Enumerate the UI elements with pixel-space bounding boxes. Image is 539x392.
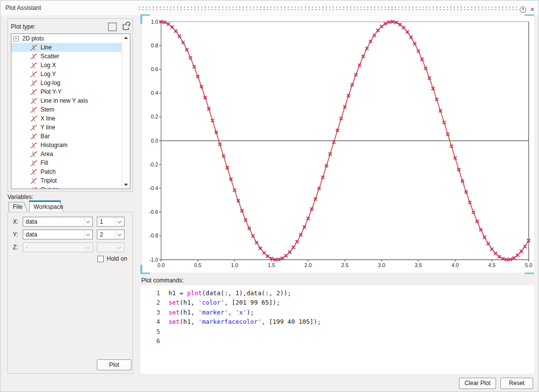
tree-item-label: Triplot: [41, 176, 57, 185]
svg-text:3.5: 3.5: [415, 262, 422, 268]
plot-button[interactable]: Plot: [97, 359, 131, 370]
chevron-down-icon[interactable]: [116, 217, 124, 226]
clear-plot-button[interactable]: Clear Plot: [459, 378, 496, 389]
svg-text:0.8: 0.8: [151, 42, 158, 48]
svg-text:0.0: 0.0: [151, 138, 158, 144]
tree-item-area[interactable]: Area: [11, 150, 122, 158]
tree-item-label: Log X: [41, 61, 56, 70]
tab-file[interactable]: File: [8, 202, 28, 212]
tree-item-fill[interactable]: Fill: [11, 158, 122, 167]
plot-type-icon: [30, 151, 38, 157]
tree-item-label: Line in new Y axis: [41, 96, 88, 105]
refresh-icon[interactable]: [122, 22, 131, 32]
code-line: 3set(h1, 'marker', 'x');: [140, 308, 534, 317]
tree-item-plot-y-y[interactable]: Plot Y-Y: [11, 87, 122, 96]
plot-type-tree[interactable]: 2D plots LineScatterLog XLog YLog-logPlo…: [11, 34, 130, 189]
tree-item-y-line[interactable]: Y line: [11, 123, 122, 132]
plot-canvas: -1.0-0.8-0.6-0.4-0.20.00.20.40.60.81.00.…: [142, 16, 534, 273]
column-select-y[interactable]: 2: [97, 230, 124, 239]
line-number: 4: [140, 317, 160, 326]
column-select-value: 1: [100, 218, 103, 225]
variable-select-y[interactable]: data: [23, 230, 93, 239]
tree-item-label: Stem: [41, 105, 54, 114]
variable-select-z[interactable]: -: [23, 242, 93, 252]
tab-workspace[interactable]: Workspace: [29, 200, 64, 212]
column-select-x[interactable]: 1: [97, 217, 124, 227]
plot-commands-label: Plot commands:: [141, 277, 184, 284]
svg-text:4.0: 4.0: [452, 262, 459, 268]
tree-scrollbar[interactable]: [122, 34, 130, 189]
svg-text:1.5: 1.5: [268, 262, 275, 268]
tree-root-row[interactable]: 2D plots: [11, 34, 122, 43]
tree-item-label: Quiver: [41, 185, 58, 189]
line-chart: -1.0-0.8-0.6-0.4-0.20.00.20.40.60.81.00.…: [142, 16, 534, 273]
plot-type-icon: [30, 142, 38, 149]
tree-item-quiver[interactable]: Quiver: [11, 185, 122, 189]
hold-on-label: Hold on: [107, 255, 127, 262]
tree-item-bar[interactable]: Bar: [11, 132, 122, 141]
svg-text:1.0: 1.0: [231, 262, 238, 268]
svg-text:0.6: 0.6: [151, 66, 158, 72]
hold-on-checkbox[interactable]: [97, 256, 104, 262]
tree-item-patch[interactable]: Patch: [11, 167, 122, 176]
column-select-z[interactable]: [97, 242, 124, 252]
variable-select-x[interactable]: data: [23, 217, 93, 227]
tree-item-line[interactable]: Line: [11, 43, 122, 52]
new-plot-icon[interactable]: [108, 23, 117, 31]
tree-item-label: Fill: [41, 158, 48, 167]
tree-item-x-line[interactable]: X line: [11, 114, 122, 123]
scroll-up-icon[interactable]: [122, 34, 130, 41]
svg-text:0.5: 0.5: [194, 262, 202, 268]
plot-type-icon: [30, 80, 38, 86]
code-line: 2set(h1, 'color', [201 99 65]);: [140, 298, 534, 307]
tree-item-label: Log-log: [41, 78, 60, 87]
title-bar: Plot Assistant ? ×: [0, 0, 539, 15]
collapse-icon[interactable]: [13, 36, 19, 41]
tree-item-log-x[interactable]: Log X: [11, 61, 122, 70]
tree-item-label: Log Y: [41, 70, 56, 78]
svg-text:-0.2: -0.2: [149, 161, 158, 167]
plot-type-icon: [30, 133, 38, 140]
tree-item-label: Line: [41, 43, 52, 52]
column-select-value: 2: [100, 231, 103, 238]
scroll-down-icon[interactable]: [122, 181, 130, 189]
variable-select-value: -: [26, 244, 28, 251]
plot-type-icon: [30, 71, 38, 78]
tree-item-label: Area: [41, 150, 53, 158]
plot-type-icon: [30, 116, 38, 122]
tree-item-label: Plot Y-Y: [41, 87, 62, 96]
chevron-down-icon[interactable]: [84, 217, 92, 226]
help-icon[interactable]: ?: [520, 6, 526, 13]
tree-item-triplot[interactable]: Triplot: [11, 176, 122, 185]
tree-item-line-in-new-y-axis[interactable]: Line in new Y axis: [11, 96, 122, 105]
tab-workspace-label: Workspace: [29, 200, 64, 210]
reset-button[interactable]: Reset: [500, 378, 533, 389]
chevron-down-icon[interactable]: [84, 243, 92, 252]
tree-item-label: Patch: [41, 167, 56, 176]
hold-on-row: Hold on: [97, 255, 127, 262]
plot-type-icon: [30, 44, 38, 51]
chevron-down-icon[interactable]: [116, 230, 124, 239]
variable-row-y: Y:data2: [8, 230, 132, 239]
drag-handle[interactable]: [138, 6, 518, 10]
svg-text:-0.8: -0.8: [149, 233, 158, 238]
chevron-down-icon[interactable]: [116, 243, 124, 252]
tree-item-label: Histogram: [41, 141, 68, 150]
tree-item-log-y[interactable]: Log Y: [11, 70, 122, 78]
line-number: 5: [140, 327, 160, 336]
chevron-down-icon[interactable]: [84, 230, 92, 239]
svg-text:2.5: 2.5: [341, 262, 349, 268]
close-icon[interactable]: ×: [529, 5, 536, 13]
plot-type-label: Plot type:: [11, 23, 36, 30]
axis-label: Z:: [13, 244, 18, 251]
tree-item-histogram[interactable]: Histogram: [11, 141, 122, 150]
tree-item-stem[interactable]: Stem: [11, 105, 122, 114]
tree-item-scatter[interactable]: Scatter: [11, 52, 122, 61]
plot-type-icon: [30, 169, 38, 175]
tree-item-log-log[interactable]: Log-log: [11, 78, 122, 87]
code-text: set(h1, 'color', [201 99 65]);: [168, 298, 280, 307]
window-title: Plot Assistant: [5, 4, 41, 11]
axis-label: Y:: [13, 231, 18, 238]
code-text: set(h1, 'markerfacecolor', [199 40 105])…: [168, 317, 321, 326]
plot-commands-editor[interactable]: 1h1 = plot(data(:, 1),data(:, 2));2set(h…: [140, 285, 534, 374]
